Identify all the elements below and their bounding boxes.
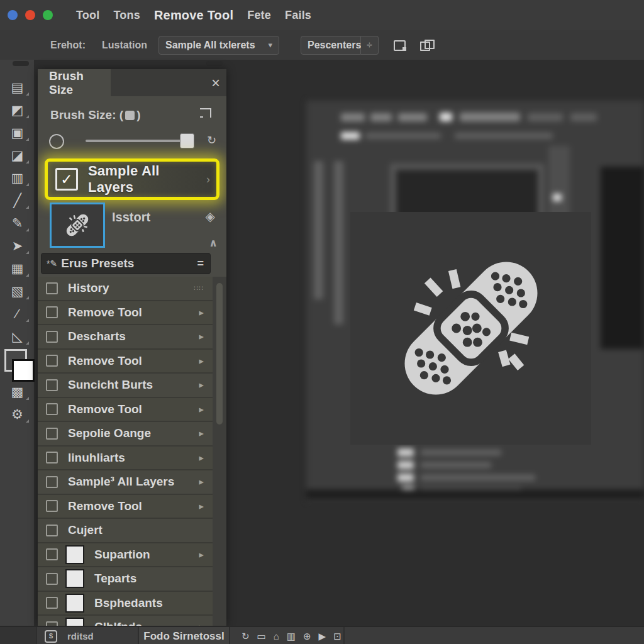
layer-stack-icon[interactable]: ◈: [206, 209, 215, 224]
close-icon[interactable]: ×: [211, 74, 220, 92]
checkbox-icon[interactable]: [46, 331, 58, 343]
panel-tool[interactable]: ▥: [0, 167, 35, 189]
panel-scrollbar[interactable]: ▾: [213, 277, 226, 626]
globe-icon[interactable]: ⊕: [303, 631, 311, 642]
polygon-lasso-icon: ◪: [11, 148, 24, 163]
brush-size-panel: Brush Size × Brush Size: ( ) ↻ ✓ Sample …: [38, 69, 226, 626]
list-item-supartion[interactable]: Supartion ▸: [38, 543, 213, 568]
move-tool[interactable]: ▤: [0, 76, 35, 99]
play-icon[interactable]: ▶: [319, 631, 326, 642]
pattern-tool[interactable]: ▧: [0, 280, 35, 303]
sample-dropdown[interactable]: Sample All txlerets ▾: [158, 36, 279, 55]
shape-pen-icon: ◺: [12, 329, 22, 344]
frame-icon[interactable]: ⊡: [333, 631, 341, 642]
lasso-icon: ◩: [11, 103, 24, 118]
list-item-clipped[interactable]: Clblfnds ▸: [38, 616, 213, 626]
gear-icon: ⚙: [11, 407, 23, 422]
list-item-remove-tool-2[interactable]: Remove Tool ▸: [38, 350, 213, 374]
refresh-icon[interactable]: ↻: [242, 631, 250, 642]
home-icon[interactable]: ⌂: [274, 631, 279, 641]
presets-header[interactable]: *✎ Erus Presets =: [41, 253, 211, 274]
preset-control: Pescenters ÷: [301, 36, 379, 55]
color-swatches[interactable]: [0, 348, 35, 380]
brush-tool[interactable]: ∕: [0, 303, 35, 325]
window-control-green[interactable]: [43, 10, 53, 20]
list-item-sepolie-oange[interactable]: Sepolie Oange ▸: [38, 422, 213, 447]
list-item-suncicht-burts[interactable]: Suncicht Burts ▸: [38, 374, 213, 398]
line-tool[interactable]: ╱: [0, 189, 35, 212]
brush-size-label: Brush Size: (: [50, 108, 123, 122]
selection-arrow-tool[interactable]: ➤: [0, 235, 35, 257]
list-item-descharts[interactable]: Descharts ▸: [38, 325, 213, 350]
duplicate-layers-icon[interactable]: [420, 40, 434, 51]
transform-icon[interactable]: [392, 40, 406, 51]
stamp-pad-tool[interactable]: ▩: [0, 380, 35, 403]
list-item-history[interactable]: History ∷∷: [38, 277, 213, 301]
bandage-illustration: [364, 225, 578, 432]
list-item-sample-all-layers[interactable]: Sample³ All Layers ▸: [38, 470, 213, 495]
menu-item-tool[interactable]: Tool: [76, 9, 99, 22]
settings-tool[interactable]: ⚙: [0, 403, 35, 426]
checkbox-icon[interactable]: [46, 306, 58, 318]
checkbox-icon[interactable]: [46, 573, 58, 585]
lasso-tool[interactable]: ◩: [0, 99, 35, 121]
chevron-right-icon: ▸: [199, 355, 204, 367]
list-item-remove-tool-1[interactable]: Remove Tool ▸: [38, 301, 213, 326]
marquee-tool[interactable]: ▣: [0, 121, 35, 144]
menu-item-tons[interactable]: Tons: [113, 9, 140, 22]
preset-dropdown[interactable]: Pescenters: [301, 36, 361, 55]
scrollbar-handle[interactable]: [216, 283, 223, 425]
options-bar: Erehot: Lustation Sample All txlerets ▾ …: [0, 30, 644, 60]
scrollbar-pill-left[interactable]: [13, 61, 29, 66]
checkbox-icon[interactable]: [46, 548, 58, 560]
document-name[interactable]: Fodo Sirnetossl: [139, 627, 230, 644]
slider-handle[interactable]: [180, 133, 194, 148]
chevron-up-icon[interactable]: ∧: [209, 236, 218, 250]
background-color-swatch[interactable]: [12, 359, 35, 382]
canvas-document[interactable]: [350, 212, 591, 445]
scrollbar-pill-right[interactable]: [206, 61, 223, 66]
menu-item-fete[interactable]: Fete: [247, 9, 271, 22]
checkbox-checked-icon[interactable]: ✓: [55, 168, 78, 191]
window-icon[interactable]: ▭: [257, 631, 266, 642]
list-item-bsphedants[interactable]: Bsphedants: [38, 592, 213, 616]
status-left-text: rditsd: [67, 631, 94, 641]
menu-item-fails[interactable]: Fails: [285, 9, 311, 22]
brush-size-slider: ↻: [49, 132, 216, 151]
list-item-teparts[interactable]: Teparts: [38, 567, 213, 592]
slider-track[interactable]: [86, 140, 192, 142]
menu-item-remove-tool[interactable]: Remove Tool: [154, 8, 233, 23]
polygon-lasso-tool[interactable]: ◪: [0, 144, 35, 167]
list-item-remove-tool-3[interactable]: Remove Tool ▸: [38, 398, 213, 423]
checkbox-icon[interactable]: [46, 500, 58, 512]
checkbox-icon[interactable]: [46, 452, 58, 464]
preset-stepper[interactable]: ÷: [361, 36, 379, 55]
chart-icon[interactable]: ▥: [287, 631, 296, 642]
list-item-remove-tool-4[interactable]: Remove Tool ▸: [38, 495, 213, 519]
checkbox-icon[interactable]: [46, 355, 58, 367]
reset-icon[interactable]: ↻: [207, 133, 216, 147]
hamburger-menu-icon[interactable]: =: [197, 257, 204, 270]
checkbox-icon[interactable]: [46, 621, 58, 626]
tab-brush-size[interactable]: Brush Size: [38, 69, 111, 96]
sample-all-layers-option[interactable]: ✓ Sample All Layers ›: [45, 158, 219, 200]
checkbox-icon[interactable]: [46, 403, 58, 415]
window-control-blue[interactable]: [8, 10, 18, 20]
shape-pen-tool[interactable]: ◺: [0, 325, 35, 348]
eyedropper-tool[interactable]: ✎: [0, 212, 35, 235]
crop-corner-icon[interactable]: [200, 108, 211, 118]
checkbox-icon[interactable]: [46, 597, 58, 609]
panel-tab-strip: Brush Size: [38, 69, 226, 96]
checkbox-icon[interactable]: [46, 379, 58, 391]
window-control-red[interactable]: [25, 10, 35, 20]
checkbox-icon[interactable]: [46, 428, 58, 440]
checkbox-icon[interactable]: [46, 476, 58, 488]
clone-stamp-tool[interactable]: ▦: [0, 257, 35, 280]
chevron-right-icon: ▸: [199, 379, 204, 391]
list-item-cujert[interactable]: Cujert: [38, 519, 213, 543]
tool-thumbnail[interactable]: [50, 203, 105, 248]
status-app-icon[interactable]: S: [45, 630, 57, 643]
list-item-linuhliarts[interactable]: linuhliarts ▸: [38, 447, 213, 471]
checkbox-icon[interactable]: [46, 525, 58, 536]
checkbox-icon[interactable]: [46, 282, 58, 294]
